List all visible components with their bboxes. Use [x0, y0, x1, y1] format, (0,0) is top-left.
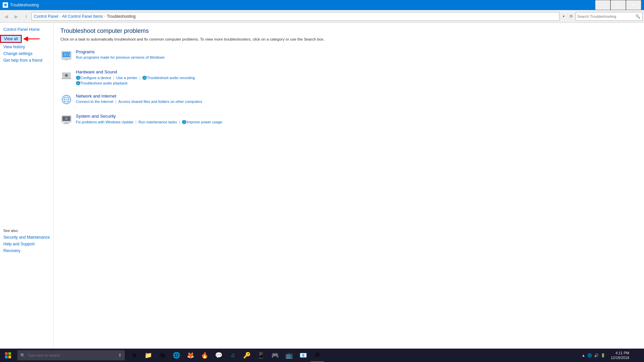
taskbar-app-store[interactable]: 🛍 [156, 349, 169, 362]
refresh-button[interactable]: ⟳ [568, 13, 575, 20]
sidebar-item-change-settings[interactable]: Change settings [0, 50, 53, 57]
svg-rect-23 [63, 123, 69, 124]
configure-device-link[interactable]: Configure a device [80, 76, 111, 80]
sidebar-item-help-support[interactable]: Help and Support [0, 241, 53, 247]
svg-rect-10 [62, 78, 71, 79]
category-network: Network and Internet Connect to the Inte… [60, 92, 637, 107]
window-controls: ─ □ ✕ [595, 0, 641, 10]
title-bar: 🛠 Troubleshooting ─ □ ✕ [0, 0, 644, 10]
taskbar-app-discord[interactable]: 💬 [212, 349, 225, 362]
system-icon: ! [60, 114, 72, 126]
page-subtitle: Click on a task to automatically trouble… [60, 37, 637, 42]
start-button[interactable] [0, 349, 16, 362]
clock-time: 4:11 PM [611, 351, 629, 355]
network-icon [60, 94, 72, 106]
svg-rect-27 [5, 352, 8, 355]
category-hardware: Hardware and Sound ✓ Configure a device … [60, 68, 637, 87]
svg-text:✓: ✓ [77, 82, 79, 84]
taskbar-search-bar: 🔍 🎙 [17, 350, 125, 360]
sidebar-item-recovery[interactable]: Recovery [0, 247, 53, 254]
taskbar-search-icon: 🔍 [20, 353, 25, 358]
breadcrumb-current: Troubleshooting [107, 14, 136, 19]
clock-display[interactable]: 4:11 PM 12/18/2018 [608, 351, 632, 360]
svg-point-9 [66, 75, 67, 76]
forward-button[interactable]: ▶ [11, 12, 21, 21]
sidebar: Control Panel Home View all View history… [0, 23, 54, 349]
system-links: Fix problems with Windows Update | Run m… [76, 120, 637, 124]
tray-arrow[interactable]: ▲ [582, 353, 585, 357]
system-title[interactable]: System and Security [76, 114, 637, 119]
audio-recording-link[interactable]: Troubleshoot audio recording [147, 76, 195, 80]
svg-text:✓: ✓ [183, 121, 185, 123]
taskbar-apps: ⧉ 📁 🛍 🌐 🦊 🔥 💬 ♫ 🔑 📱 🎮 📺 📧 ⚙ [126, 349, 579, 362]
hardware-title[interactable]: Hardware and Sound [76, 69, 637, 74]
search-box: 🔍 [576, 12, 643, 21]
taskbar-app-ie[interactable]: 🌐 [170, 349, 183, 362]
taskbar-app-music[interactable]: ♫ [226, 349, 239, 362]
search-submit-button[interactable]: 🔍 [634, 13, 641, 20]
sidebar-item-view-history[interactable]: View history [0, 44, 53, 50]
svg-rect-4 [62, 59, 71, 60]
system-tray: ▲ 🌐 🔊 🔋 [579, 353, 608, 358]
shared-files-link[interactable]: Access shared files and folders on other… [118, 100, 202, 104]
sidebar-item-view-all[interactable]: View all [1, 36, 21, 42]
sidebar-item-get-help[interactable]: Get help from a friend [0, 57, 53, 64]
taskbar-app-8[interactable]: 🔑 [240, 349, 254, 362]
tray-battery: 🔋 [601, 353, 605, 358]
taskbar-app-firefox[interactable]: 🦊 [184, 349, 197, 362]
svg-rect-5 [65, 60, 68, 60]
tray-network[interactable]: 🌐 [587, 353, 592, 358]
annotation-arrow [23, 36, 40, 42]
show-desktop-button[interactable] [632, 349, 644, 362]
shield-icon-recording: ✓ [142, 75, 147, 80]
programs-icon: C:\ [60, 49, 72, 61]
search-input[interactable] [577, 14, 634, 18]
breadcrumb-control-panel[interactable]: Control Panel [34, 14, 58, 19]
taskbar-app-9[interactable]: 📱 [254, 349, 268, 362]
hardware-links-2: ✓ Troubleshoot audio playback [76, 81, 637, 85]
taskview-button[interactable]: ⧉ [127, 349, 141, 362]
taskbar-search-input[interactable] [28, 353, 118, 357]
windows-update-link[interactable]: Fix problems with Windows Update [76, 120, 133, 124]
breadcrumb-dropdown[interactable]: ▾ [560, 12, 567, 21]
shield-icon-playback: ✓ [76, 81, 80, 85]
use-printer-link[interactable]: Use a printer [116, 76, 138, 80]
audio-playback-link[interactable]: Troubleshoot audio playback [80, 81, 127, 85]
taskbar-app-5[interactable]: 🔥 [198, 349, 211, 362]
network-title[interactable]: Network and Internet [76, 94, 637, 99]
network-links: Connect to the Internet | Access shared … [76, 100, 637, 104]
sidebar-item-security-maintenance[interactable]: Security and Maintenance [0, 234, 53, 241]
category-programs: C:\ Programs Run programs made for previ… [60, 48, 637, 63]
svg-text:✓: ✓ [77, 77, 79, 79]
programs-links: Run programs made for previous versions … [76, 55, 637, 59]
see-also-label: See also [0, 225, 53, 234]
up-button[interactable]: ↑ [21, 12, 31, 21]
category-system: ! System and Security Fix problems with … [60, 112, 637, 127]
programs-link-run[interactable]: Run programs made for previous versions … [76, 55, 165, 59]
maximize-button[interactable]: □ [610, 0, 626, 10]
svg-text:✓: ✓ [144, 77, 146, 79]
shield-icon-configure: ✓ [76, 75, 80, 80]
microphone-icon[interactable]: 🎙 [118, 353, 122, 358]
clock-date: 12/18/2018 [611, 355, 629, 360]
minimize-button[interactable]: ─ [595, 0, 610, 10]
programs-title[interactable]: Programs [76, 49, 637, 54]
sidebar-item-control-panel-home[interactable]: Control Panel Home [0, 26, 53, 33]
taskbar-app-11[interactable]: 📺 [282, 349, 296, 362]
taskbar-app-outlook[interactable]: 📧 [297, 349, 310, 362]
address-bar: ◀ ▶ ↑ Control Panel › All Control Panel … [0, 10, 644, 23]
tray-volume[interactable]: 🔊 [594, 353, 599, 358]
hardware-icon [60, 69, 72, 81]
taskbar-app-control-panel[interactable]: ⚙ [311, 349, 324, 362]
svg-rect-30 [8, 356, 11, 358]
taskbar-app-explorer[interactable]: 📁 [142, 349, 155, 362]
maintenance-link[interactable]: Run maintenance tasks [139, 120, 177, 124]
close-button[interactable]: ✕ [626, 0, 641, 10]
power-usage-link[interactable]: Improve power usage [186, 120, 222, 124]
breadcrumb-all-items[interactable]: All Control Panel Items [62, 14, 103, 19]
taskbar-app-10[interactable]: 🎮 [268, 349, 282, 362]
taskbar: 🔍 🎙 ⧉ 📁 🛍 🌐 🦊 🔥 💬 ♫ 🔑 📱 🎮 📺 📧 ⚙ ▲ 🌐 🔊 🔋 … [0, 349, 644, 362]
back-button[interactable]: ◀ [1, 12, 11, 21]
connect-internet-link[interactable]: Connect to the Internet [76, 100, 113, 104]
page-title: Troubleshoot computer problems [60, 27, 637, 35]
